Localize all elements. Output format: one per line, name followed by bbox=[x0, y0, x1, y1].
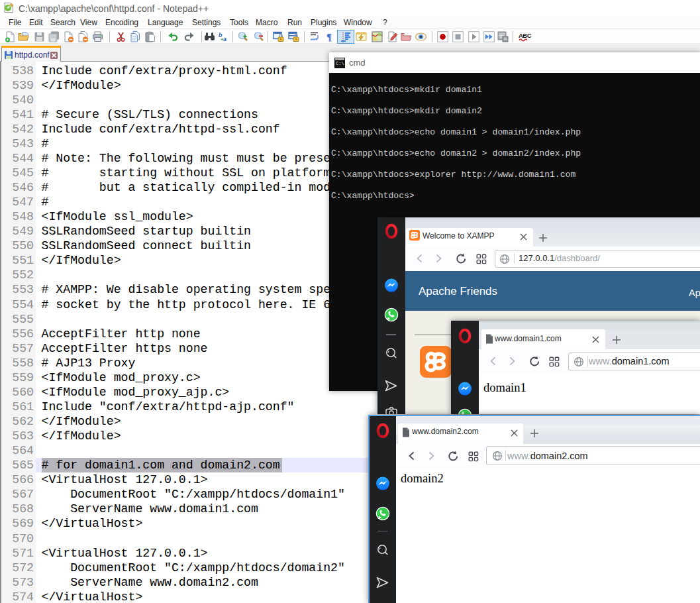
svg-text:a: a bbox=[223, 36, 226, 42]
svg-text:ABC: ABC bbox=[519, 32, 532, 39]
svg-text:b: b bbox=[219, 32, 223, 38]
svg-text:C:\: C:\ bbox=[336, 61, 344, 66]
svg-text:¶: ¶ bbox=[326, 32, 332, 42]
